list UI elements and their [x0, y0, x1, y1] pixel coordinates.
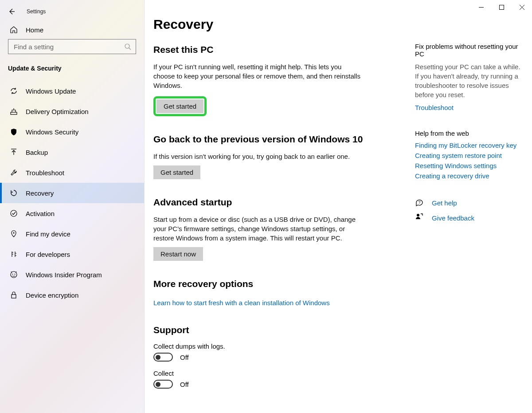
- tools-icon: [10, 250, 18, 258]
- highlight-annotation: Get started: [153, 96, 207, 116]
- nav-recovery[interactable]: Recovery: [0, 183, 144, 203]
- nav-delivery-optimization[interactable]: Delivery Optimization: [0, 101, 144, 122]
- nav-label: Recovery: [26, 189, 54, 197]
- nav-activation[interactable]: Activation: [0, 203, 144, 224]
- insider-icon: [10, 271, 18, 279]
- restart-now-button[interactable]: Restart now: [153, 247, 203, 261]
- nav-label: Backup: [26, 149, 48, 156]
- collect-toggle[interactable]: [153, 380, 173, 389]
- main-content: Recovery Reset this PC If your PC isn't …: [145, 0, 532, 413]
- svg-point-11: [11, 271, 17, 278]
- sidebar: Settings Home Update & Security Windows …: [0, 0, 145, 413]
- feedback-icon: [415, 212, 424, 223]
- page-title: Recovery: [153, 17, 402, 32]
- get-help-link[interactable]: Get help: [432, 199, 457, 207]
- nav-device-encryption[interactable]: Device encryption: [0, 285, 144, 305]
- more-options-heading: More recovery options: [153, 279, 402, 289]
- svg-rect-1: [499, 5, 504, 9]
- collect-state: Off: [180, 381, 189, 388]
- reset-pc-desc: If your PC isn't running well, resetting…: [153, 62, 362, 90]
- svg-point-10: [13, 232, 15, 234]
- backup-icon: [10, 148, 18, 156]
- nav-label: Find my device: [26, 230, 70, 238]
- goback-get-started-button[interactable]: Get started: [153, 165, 200, 179]
- settings-window: Settings Home Update & Security Windows …: [0, 0, 532, 413]
- give-feedback-link[interactable]: Give feedback: [432, 214, 474, 222]
- titlebar: Settings: [0, 4, 144, 19]
- minimize-button[interactable]: [471, 0, 491, 14]
- nav-windows-update[interactable]: Windows Update: [0, 81, 144, 101]
- back-button[interactable]: [8, 8, 15, 15]
- recovery-icon: [10, 189, 18, 197]
- svg-point-12: [12, 274, 13, 275]
- nav-home-label: Home: [26, 26, 43, 34]
- nav-items: Windows Update Delivery Optimization Win…: [0, 81, 144, 305]
- right-panel: Fix problems without resetting your PC R…: [415, 17, 526, 400]
- maximize-button[interactable]: [491, 0, 512, 14]
- svg-line-6: [129, 48, 131, 50]
- svg-rect-7: [11, 112, 17, 114]
- wrench-icon: [10, 169, 18, 177]
- nav-label: Delivery Optimization: [26, 108, 89, 115]
- location-icon: [10, 230, 18, 238]
- nav-find-my-device[interactable]: Find my device: [0, 224, 144, 244]
- fix-desc: Resetting your PC can take a while. If y…: [415, 62, 526, 99]
- sync-icon: [10, 87, 18, 95]
- svg-text:?: ?: [418, 200, 420, 205]
- nav-label: Windows Update: [26, 87, 76, 95]
- nav-backup[interactable]: Backup: [0, 142, 144, 162]
- web-link-reset-settings[interactable]: Resetting Windows settings: [415, 162, 526, 169]
- window-controls: [471, 0, 532, 14]
- support-opt2-label: Collect: [153, 370, 402, 377]
- web-link-recovery-drive[interactable]: Creating a recovery drive: [415, 172, 526, 180]
- troubleshoot-link[interactable]: Troubleshoot: [415, 104, 454, 111]
- svg-point-5: [125, 44, 129, 48]
- home-icon: [10, 26, 18, 34]
- collect-dumps-toggle[interactable]: [153, 353, 173, 362]
- web-help-heading: Help from the web: [415, 130, 526, 137]
- svg-point-16: [417, 214, 419, 216]
- collect-dumps-state: Off: [180, 354, 189, 361]
- nav-troubleshoot[interactable]: Troubleshoot: [0, 162, 144, 183]
- nav-label: Windows Security: [26, 128, 78, 136]
- nav-for-developers[interactable]: For developers: [0, 244, 144, 264]
- delivery-icon: [10, 107, 18, 115]
- window-title: Settings: [27, 8, 46, 15]
- search-input[interactable]: [8, 39, 136, 54]
- search-icon: [124, 43, 131, 50]
- lock-icon: [10, 291, 18, 299]
- reset-pc-heading: Reset this PC: [153, 44, 402, 55]
- nav-label: For developers: [26, 251, 70, 258]
- close-button[interactable]: [512, 0, 532, 14]
- advanced-desc: Start up from a device or disc (such as …: [153, 215, 362, 243]
- nav-label: Windows Insider Program: [26, 271, 102, 279]
- advanced-heading: Advanced startup: [153, 197, 402, 208]
- web-link-restore-point[interactable]: Creating system restore point: [415, 152, 526, 159]
- nav-insider-program[interactable]: Windows Insider Program: [0, 264, 144, 285]
- check-icon: [10, 209, 18, 217]
- nav-label: Device encryption: [26, 291, 78, 299]
- svg-rect-14: [12, 295, 16, 298]
- goback-heading: Go back to the previous version of Windo…: [153, 134, 402, 145]
- svg-point-13: [15, 274, 16, 275]
- reset-get-started-button[interactable]: Get started: [156, 99, 203, 113]
- help-icon: ?: [415, 197, 424, 208]
- web-link-bitlocker[interactable]: Finding my BitLocker recovery key: [415, 142, 526, 149]
- category-header: Update & Security: [0, 61, 144, 81]
- search-field[interactable]: [13, 43, 124, 51]
- start-fresh-link[interactable]: Learn how to start fresh with a clean in…: [153, 299, 330, 307]
- goback-desc: If this version isn't working for you, t…: [153, 152, 362, 161]
- fix-heading: Fix problems without resetting your PC: [415, 43, 526, 58]
- support-heading: Support: [153, 325, 402, 335]
- nav-home[interactable]: Home: [0, 19, 144, 39]
- support-opt1-label: Collect dumps with logs.: [153, 342, 402, 350]
- nav-label: Troubleshoot: [26, 169, 64, 177]
- nav-label: Activation: [26, 210, 55, 217]
- nav-windows-security[interactable]: Windows Security: [0, 122, 144, 142]
- shield-icon: [10, 128, 18, 136]
- svg-point-9: [11, 210, 17, 216]
